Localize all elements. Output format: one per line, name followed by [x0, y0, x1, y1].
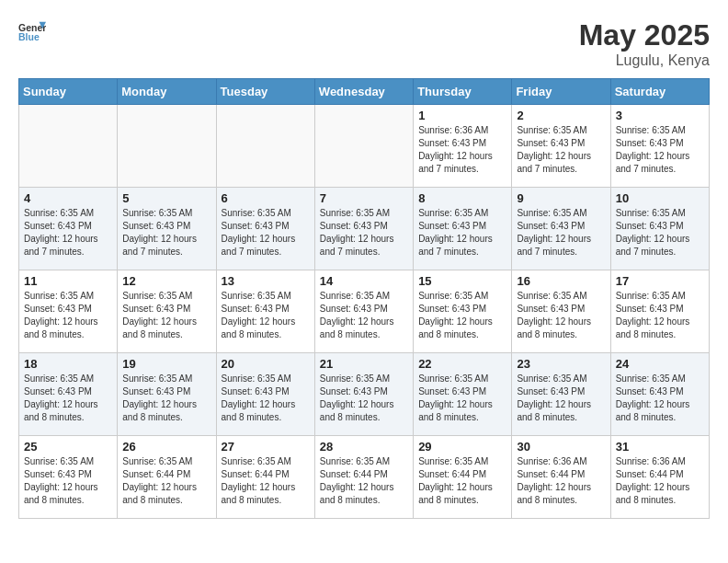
calendar-cell: 1Sunrise: 6:36 AM Sunset: 6:43 PM Daylig… [414, 105, 512, 188]
day-number: 1 [418, 109, 506, 122]
cell-info: Sunrise: 6:35 AM Sunset: 6:43 PM Dayligh… [24, 455, 112, 507]
day-number: 20 [222, 357, 310, 371]
cell-info: Sunrise: 6:35 AM Sunset: 6:43 PM Dayligh… [122, 290, 210, 341]
week-row-3: 11Sunrise: 6:35 AM Sunset: 6:43 PM Dayli… [19, 270, 710, 353]
calendar-cell [118, 105, 216, 188]
day-number: 2 [517, 109, 605, 122]
cell-info: Sunrise: 6:35 AM Sunset: 6:43 PM Dayligh… [616, 290, 704, 341]
day-number: 14 [320, 274, 408, 288]
page-header: General Blue May 2025 Lugulu, Kenya [18, 18, 710, 69]
col-header-tuesday: Tuesday [216, 79, 314, 105]
day-number: 30 [517, 440, 605, 454]
day-number: 5 [122, 191, 210, 205]
calendar-cell: 3Sunrise: 6:35 AM Sunset: 6:43 PM Daylig… [610, 105, 709, 188]
day-number: 13 [222, 274, 310, 288]
day-number: 8 [418, 191, 506, 205]
logo: General Blue [18, 18, 46, 46]
calendar-cell: 2Sunrise: 6:35 AM Sunset: 6:43 PM Daylig… [512, 105, 610, 188]
location-subtitle: Lugulu, Kenya [579, 52, 710, 69]
day-number: 27 [222, 440, 310, 454]
day-number: 21 [320, 357, 408, 371]
calendar-cell: 12Sunrise: 6:35 AM Sunset: 6:43 PM Dayli… [118, 270, 216, 353]
col-header-saturday: Saturday [610, 79, 709, 105]
week-row-1: 1Sunrise: 6:36 AM Sunset: 6:43 PM Daylig… [19, 105, 710, 188]
day-number: 24 [616, 357, 704, 371]
cell-info: Sunrise: 6:36 AM Sunset: 6:43 PM Dayligh… [418, 124, 506, 176]
day-number: 17 [616, 274, 704, 288]
cell-info: Sunrise: 6:36 AM Sunset: 6:44 PM Dayligh… [517, 455, 605, 507]
day-number: 22 [418, 357, 506, 371]
svg-text:Blue: Blue [18, 31, 40, 42]
calendar-cell: 30Sunrise: 6:36 AM Sunset: 6:44 PM Dayli… [512, 436, 610, 519]
calendar-cell: 22Sunrise: 6:35 AM Sunset: 6:43 PM Dayli… [414, 353, 512, 436]
calendar-cell: 16Sunrise: 6:35 AM Sunset: 6:43 PM Dayli… [512, 270, 610, 353]
calendar-cell: 6Sunrise: 6:35 AM Sunset: 6:43 PM Daylig… [216, 188, 314, 270]
day-number: 3 [616, 109, 704, 122]
calendar-cell [19, 105, 118, 188]
cell-info: Sunrise: 6:35 AM Sunset: 6:43 PM Dayligh… [222, 290, 310, 341]
calendar-cell: 23Sunrise: 6:35 AM Sunset: 6:43 PM Dayli… [512, 353, 610, 436]
calendar-cell: 24Sunrise: 6:35 AM Sunset: 6:43 PM Dayli… [610, 353, 709, 436]
calendar-cell: 8Sunrise: 6:35 AM Sunset: 6:43 PM Daylig… [414, 188, 512, 270]
title-block: May 2025 Lugulu, Kenya [579, 18, 710, 69]
col-header-friday: Friday [512, 79, 610, 105]
calendar-cell [314, 105, 413, 188]
day-number: 9 [517, 191, 605, 205]
day-number: 28 [320, 440, 408, 454]
calendar-cell: 13Sunrise: 6:35 AM Sunset: 6:43 PM Dayli… [216, 270, 314, 353]
cell-info: Sunrise: 6:35 AM Sunset: 6:43 PM Dayligh… [517, 373, 605, 424]
calendar-cell: 15Sunrise: 6:35 AM Sunset: 6:43 PM Dayli… [414, 270, 512, 353]
calendar-cell: 25Sunrise: 6:35 AM Sunset: 6:43 PM Dayli… [19, 436, 118, 519]
cell-info: Sunrise: 6:35 AM Sunset: 6:43 PM Dayligh… [122, 373, 210, 424]
cell-info: Sunrise: 6:35 AM Sunset: 6:43 PM Dayligh… [616, 207, 704, 259]
cell-info: Sunrise: 6:35 AM Sunset: 6:44 PM Dayligh… [320, 455, 408, 507]
cell-info: Sunrise: 6:35 AM Sunset: 6:44 PM Dayligh… [222, 455, 310, 507]
cell-info: Sunrise: 6:35 AM Sunset: 6:43 PM Dayligh… [320, 373, 408, 424]
cell-info: Sunrise: 6:35 AM Sunset: 6:43 PM Dayligh… [517, 207, 605, 259]
calendar-cell: 5Sunrise: 6:35 AM Sunset: 6:43 PM Daylig… [118, 188, 216, 270]
day-number: 23 [517, 357, 605, 371]
calendar-cell: 9Sunrise: 6:35 AM Sunset: 6:43 PM Daylig… [512, 188, 610, 270]
logo-icon: General Blue [18, 18, 46, 46]
day-number: 15 [418, 274, 506, 288]
day-number: 26 [122, 440, 210, 454]
day-number: 18 [24, 357, 112, 371]
cell-info: Sunrise: 6:35 AM Sunset: 6:43 PM Dayligh… [24, 207, 112, 259]
col-header-wednesday: Wednesday [314, 79, 413, 105]
cell-info: Sunrise: 6:35 AM Sunset: 6:43 PM Dayligh… [320, 290, 408, 341]
week-row-5: 25Sunrise: 6:35 AM Sunset: 6:43 PM Dayli… [19, 436, 710, 519]
day-number: 19 [122, 357, 210, 371]
day-number: 10 [616, 191, 704, 205]
cell-info: Sunrise: 6:35 AM Sunset: 6:43 PM Dayligh… [418, 207, 506, 259]
calendar-cell: 31Sunrise: 6:36 AM Sunset: 6:44 PM Dayli… [610, 436, 709, 519]
calendar-cell: 20Sunrise: 6:35 AM Sunset: 6:43 PM Dayli… [216, 353, 314, 436]
cell-info: Sunrise: 6:35 AM Sunset: 6:43 PM Dayligh… [122, 207, 210, 259]
calendar-cell: 18Sunrise: 6:35 AM Sunset: 6:43 PM Dayli… [19, 353, 118, 436]
col-header-thursday: Thursday [414, 79, 512, 105]
cell-info: Sunrise: 6:35 AM Sunset: 6:44 PM Dayligh… [418, 455, 506, 507]
day-number: 29 [418, 440, 506, 454]
cell-info: Sunrise: 6:36 AM Sunset: 6:44 PM Dayligh… [616, 455, 704, 507]
cell-info: Sunrise: 6:35 AM Sunset: 6:43 PM Dayligh… [24, 373, 112, 424]
day-number: 25 [24, 440, 112, 454]
calendar-cell: 10Sunrise: 6:35 AM Sunset: 6:43 PM Dayli… [610, 188, 709, 270]
day-number: 16 [517, 274, 605, 288]
cell-info: Sunrise: 6:35 AM Sunset: 6:43 PM Dayligh… [616, 124, 704, 176]
calendar-cell: 11Sunrise: 6:35 AM Sunset: 6:43 PM Dayli… [19, 270, 118, 353]
week-row-4: 18Sunrise: 6:35 AM Sunset: 6:43 PM Dayli… [19, 353, 710, 436]
calendar-cell: 28Sunrise: 6:35 AM Sunset: 6:44 PM Dayli… [314, 436, 413, 519]
calendar-cell: 19Sunrise: 6:35 AM Sunset: 6:43 PM Dayli… [118, 353, 216, 436]
cell-info: Sunrise: 6:35 AM Sunset: 6:43 PM Dayligh… [222, 373, 310, 424]
cell-info: Sunrise: 6:35 AM Sunset: 6:43 PM Dayligh… [517, 290, 605, 341]
cell-info: Sunrise: 6:35 AM Sunset: 6:43 PM Dayligh… [418, 290, 506, 341]
week-row-2: 4Sunrise: 6:35 AM Sunset: 6:43 PM Daylig… [19, 188, 710, 270]
cell-info: Sunrise: 6:35 AM Sunset: 6:44 PM Dayligh… [122, 455, 210, 507]
cell-info: Sunrise: 6:35 AM Sunset: 6:43 PM Dayligh… [222, 207, 310, 259]
day-number: 11 [24, 274, 112, 288]
day-number: 31 [616, 440, 704, 454]
calendar-cell: 4Sunrise: 6:35 AM Sunset: 6:43 PM Daylig… [19, 188, 118, 270]
month-year-title: May 2025 [579, 18, 710, 52]
calendar-cell [216, 105, 314, 188]
calendar-cell: 21Sunrise: 6:35 AM Sunset: 6:43 PM Dayli… [314, 353, 413, 436]
day-number: 7 [320, 191, 408, 205]
